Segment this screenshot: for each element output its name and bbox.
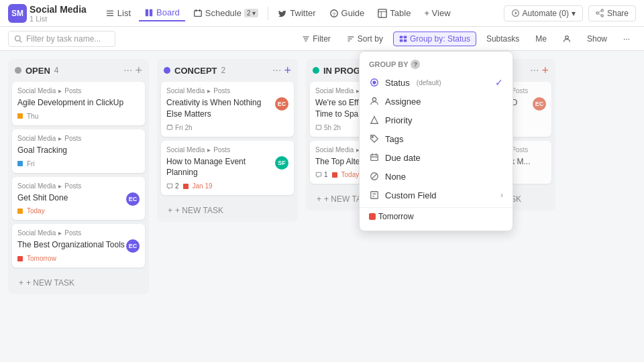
dropdown-bottom: Tomorrow: [360, 207, 513, 225]
share-button[interactable]: Share: [588, 5, 636, 21]
chevron-right-icon: ›: [500, 190, 503, 200]
avatar: EC: [126, 239, 140, 253]
svg-rect-30: [400, 39, 403, 42]
col-actions-concept: ··· +: [272, 64, 291, 76]
dropdown-item-tags[interactable]: Tags: [360, 129, 513, 148]
topbar: SM Social Media 1 List List Board Schedu…: [0, 0, 644, 27]
svg-rect-36: [316, 125, 321, 129]
svg-rect-0: [107, 10, 114, 11]
table-row[interactable]: Social Media▸Posts How to Manage Event P…: [161, 141, 294, 196]
nav-table[interactable]: Table: [372, 5, 416, 21]
col-menu-open[interactable]: ···: [123, 65, 132, 76]
svg-line-21: [19, 40, 21, 42]
col-dot-open: [15, 67, 21, 74]
svg-rect-33: [167, 125, 172, 129]
svg-rect-28: [400, 36, 403, 38]
new-task-concept[interactable]: + + NEW TASK: [161, 202, 294, 219]
automate-icon: [511, 9, 520, 17]
col-add-open[interactable]: +: [135, 64, 142, 76]
automate-button[interactable]: Automate (0) ▾: [504, 5, 583, 21]
dropdown-item-status[interactable]: Status (default) ✓: [360, 73, 513, 92]
col-menu-concept[interactable]: ···: [272, 65, 281, 76]
sort-button[interactable]: Sort by: [341, 32, 389, 46]
svg-marker-14: [515, 11, 517, 15]
nav-view[interactable]: + View: [419, 5, 455, 21]
me-button[interactable]: Me: [529, 32, 553, 46]
table-row[interactable]: Social Media▸Posts The Best Organization…: [12, 224, 145, 267]
svg-rect-10: [378, 9, 386, 17]
table-row[interactable]: Social Media▸Posts Creativity is When No…: [161, 82, 294, 137]
nav-list[interactable]: List: [100, 5, 136, 21]
column-open: OPEN 4 ··· + Social Media▸Posts Agile De…: [8, 59, 149, 294]
svg-rect-4: [150, 9, 152, 16]
col-add-partial[interactable]: +: [541, 64, 549, 76]
dropdown-item-customfield[interactable]: Custom Field ›: [360, 186, 513, 204]
svg-point-41: [372, 137, 374, 138]
col-header-open: OPEN 4 ··· +: [8, 59, 149, 82]
table-row[interactable]: Social Media▸Posts Get Shit Done EC Toda…: [12, 177, 145, 221]
table-row[interactable]: Social Media▸Posts Goal Tracking Fri: [12, 129, 145, 173]
share-icon: [596, 9, 604, 17]
svg-point-38: [372, 80, 376, 84]
calendar-icon: [166, 124, 173, 131]
nav-guide[interactable]: ? Guide: [324, 5, 370, 21]
col-header-concept: CONCEPT 2 ··· +: [157, 59, 298, 82]
person-icon-btn[interactable]: [557, 32, 577, 46]
board-icon: [144, 8, 154, 17]
priority-icon: [370, 115, 379, 125]
comment-icon: [315, 172, 322, 178]
subtasks-button[interactable]: Subtasks: [480, 32, 525, 46]
app-title: Social Media: [30, 4, 87, 15]
svg-rect-48: [371, 192, 378, 199]
svg-rect-1: [107, 13, 114, 13]
avatar: EC: [275, 97, 288, 111]
svg-rect-5: [195, 10, 202, 16]
svg-line-19: [598, 13, 601, 15]
sort-icon: [347, 35, 355, 43]
nav-twitter[interactable]: Twitter: [272, 5, 321, 21]
comment-icon: [166, 183, 173, 190]
none-icon: [370, 172, 379, 181]
check-icon: ✓: [495, 77, 503, 88]
svg-text:?: ?: [332, 11, 335, 17]
list-icon: [105, 9, 115, 18]
more-button[interactable]: ···: [617, 32, 636, 46]
dropdown-item-duedate[interactable]: Due date: [360, 148, 513, 167]
table-row[interactable]: Social Media▸Posts Agile Development in …: [12, 82, 145, 125]
flag-icon: [17, 161, 23, 166]
svg-line-18: [598, 11, 601, 12]
filter-button[interactable]: Filter: [296, 32, 337, 46]
svg-point-39: [372, 98, 376, 101]
col-actions-open: ··· +: [123, 64, 142, 76]
group-icon: [399, 35, 407, 43]
col-title-concept: CONCEPT: [174, 66, 217, 76]
app-subtitle: 1 List: [30, 15, 81, 23]
toolbar-right: Filter Sort by Group by: Status Subtasks…: [296, 32, 636, 46]
col-add-concept[interactable]: +: [284, 64, 291, 76]
schedule-icon: [193, 9, 203, 18]
group-button[interactable]: Group by: Status: [393, 32, 476, 46]
dropdown-item-assignee[interactable]: Assignee: [360, 92, 513, 111]
dropdown-item-priority[interactable]: Priority: [360, 111, 513, 129]
svg-rect-29: [404, 36, 407, 38]
assignee-icon: [370, 97, 379, 106]
svg-line-47: [372, 174, 377, 179]
nav-board[interactable]: Board: [139, 5, 185, 21]
nav-schedule[interactable]: Schedule 2 ▾: [188, 5, 264, 21]
svg-point-32: [566, 36, 569, 39]
svg-rect-42: [371, 155, 378, 161]
dropdown-item-none[interactable]: None: [360, 167, 513, 186]
filter-icon: [302, 35, 310, 43]
search-box[interactable]: Filter by task name...: [8, 31, 115, 47]
flag-icon: [332, 172, 337, 178]
twitter-icon: [278, 9, 287, 18]
col-count-open: 4: [54, 66, 59, 75]
avatar: EC: [126, 192, 140, 206]
toolbar-left: Filter by task name...: [8, 31, 290, 47]
new-task-open[interactable]: + + NEW TASK: [12, 274, 145, 292]
col-menu-partial[interactable]: ···: [530, 65, 539, 76]
tags-icon: [370, 134, 379, 143]
svg-marker-40: [371, 117, 378, 124]
show-button[interactable]: Show: [581, 32, 613, 46]
flag-icon: [183, 184, 189, 189]
